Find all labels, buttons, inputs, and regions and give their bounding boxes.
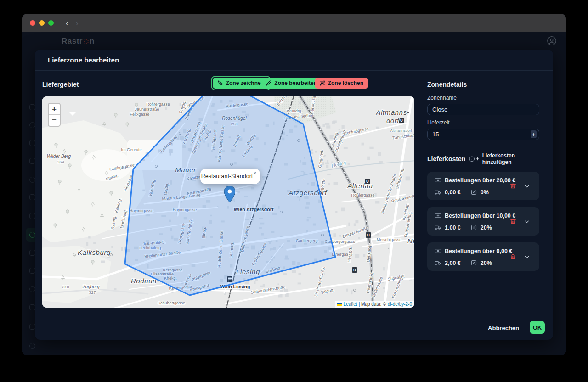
- svg-text:Felixgasse: Felixgasse: [130, 112, 149, 117]
- map-zoom-control: + −: [48, 103, 61, 127]
- restaurant-marker-icon[interactable]: [224, 186, 235, 202]
- pen-tool-icon: [218, 80, 223, 86]
- truck-icon: [435, 259, 441, 266]
- delivery-time-label: Lieferzeit: [427, 119, 539, 126]
- expand-cost-rule-icon[interactable]: [524, 219, 530, 225]
- zone-details-panel: Zonendetails Zonenname Lieferzeit ▲▼ Lie…: [427, 81, 539, 278]
- edit-zone-button[interactable]: Zone bearbeiten: [261, 78, 322, 89]
- svg-text:Meischlgasse: Meischlgasse: [377, 237, 402, 242]
- svg-text:327: 327: [89, 290, 96, 295]
- cost-rule-card: Bestellungen über 10,00 €1,00 €20%: [427, 207, 539, 236]
- svg-text:U: U: [367, 233, 370, 237]
- zone-toolbar: Zone zeichnen Zone bearbeiten Zone lösch…: [42, 78, 414, 92]
- truck-icon: [435, 189, 441, 196]
- percent-icon: [470, 189, 477, 196]
- cancel-button[interactable]: Abbrechen: [488, 325, 519, 331]
- svg-text:Ne: Ne: [407, 237, 414, 245]
- popup-close-icon[interactable]: ×: [253, 170, 257, 176]
- edit-delivery-zone-modal: Lieferzone bearbeiten Liefergebiet Zone …: [35, 50, 553, 340]
- marker-popup: Restaurant-Standort ×: [200, 169, 260, 184]
- svg-text:Kalksburg: Kalksburg: [78, 248, 111, 256]
- expand-cost-rule-icon[interactable]: [524, 254, 530, 260]
- cost-rule-fee: 1,00 €: [445, 225, 461, 231]
- cost-rule-title: Bestellungen über 10,00 €: [445, 213, 515, 219]
- percent-icon: [470, 259, 477, 266]
- ukraine-flag-icon: [337, 303, 342, 306]
- delete-zone-button[interactable]: Zone löschen: [315, 78, 368, 89]
- pen-off-icon: [320, 80, 325, 86]
- ok-button[interactable]: OK: [530, 321, 545, 334]
- nav-back-icon[interactable]: ‹: [66, 19, 68, 27]
- cost-rule-discount: 0%: [481, 189, 489, 196]
- macos-window: ‹ › Rastrn Lieferzone bearbeiten Lieferg…: [22, 14, 566, 355]
- delete-cost-rule-icon[interactable]: [510, 183, 516, 189]
- svg-text:Jaunerstraße: Jaunerstraße: [135, 107, 159, 112]
- cost-rule-title: Bestellungen über 20,00 €: [445, 177, 515, 184]
- truck-icon: [435, 224, 441, 231]
- banknote-icon: [435, 212, 441, 219]
- banknote-icon: [435, 247, 441, 254]
- delivery-cost-list: Bestellungen über 20,00 €0,00 €0%Bestell…: [427, 172, 539, 271]
- window-close-button[interactable]: [30, 20, 35, 26]
- popup-text: Restaurant-Standort: [200, 173, 254, 180]
- pencil-icon: [266, 80, 271, 86]
- modal-footer: Abbrechen OK: [35, 317, 553, 340]
- svg-text:Wilder Berg: Wilder Berg: [47, 154, 71, 159]
- zone-name-input[interactable]: [427, 104, 539, 115]
- svg-text:Schubertgasse: Schubertgasse: [158, 301, 185, 305]
- number-stepper[interactable]: ▲▼: [531, 130, 537, 138]
- cost-rule-fee: 0,00 €: [445, 189, 461, 196]
- svg-text:U: U: [353, 268, 356, 272]
- window-zoom-button[interactable]: [48, 20, 54, 26]
- zone-details-heading: Zonendetails: [427, 81, 539, 88]
- delivery-costs-heading: Lieferkosten: [427, 155, 465, 163]
- modal-title: Lieferzone bearbeiten: [48, 56, 119, 64]
- percent-icon: [470, 224, 477, 231]
- svg-text:Rößlergasse: Rößlergasse: [351, 193, 374, 197]
- svg-text:Wundtg.: Wundtg.: [287, 109, 302, 113]
- svg-text:dorf: dorf: [386, 117, 400, 124]
- delivery-costs-header: Lieferkosten Lieferkosten hinzufügen: [427, 152, 539, 165]
- plus-icon: [475, 156, 480, 162]
- license-link[interactable]: dl-de/by-2-0: [388, 302, 412, 307]
- svg-text:Altmanns-: Altmanns-: [376, 108, 410, 116]
- svg-text:318: 318: [62, 285, 69, 289]
- svg-text:Alterlaa: Alterlaa: [347, 182, 373, 190]
- nav-forward-icon[interactable]: ›: [76, 19, 79, 27]
- window-titlebar: ‹ ›: [22, 14, 566, 32]
- window-minimize-button[interactable]: [39, 20, 45, 26]
- cost-rule-card: Bestellungen über 20,00 €0,00 €0%: [427, 172, 539, 200]
- expand-cost-rule-icon[interactable]: [524, 183, 530, 190]
- cost-rule-discount: 20%: [481, 225, 492, 231]
- svg-text:Zugberg: Zugberg: [82, 284, 100, 289]
- delete-cost-rule-icon[interactable]: [510, 218, 516, 225]
- info-icon[interactable]: [469, 156, 475, 162]
- delete-cost-rule-icon[interactable]: [510, 253, 516, 260]
- popup-tip: [68, 112, 77, 116]
- banknote-icon: [435, 177, 441, 184]
- svg-text:Rohrergasse: Rohrergasse: [146, 102, 170, 107]
- delivery-zone-map[interactable]: U U U U RohrergasseJaunerstraßeFelixgass…: [42, 96, 414, 308]
- svg-text:369: 369: [57, 160, 64, 164]
- delivery-time-input[interactable]: [427, 129, 539, 140]
- leaflet-link[interactable]: Leaflet: [344, 302, 357, 307]
- cost-rule-discount: 20%: [481, 260, 492, 266]
- svg-text:Im Gereute: Im Gereute: [121, 147, 141, 152]
- zoom-out-button[interactable]: −: [49, 115, 60, 126]
- modal-header: Lieferzone bearbeiten: [35, 50, 553, 71]
- map-attribution: Leaflet | Map data: © dl-de/by-2-0: [335, 301, 414, 308]
- zoom-in-button[interactable]: +: [49, 104, 60, 115]
- cost-rule-card: Bestellungen über 0,00 €2,00 €20%: [427, 242, 539, 271]
- svg-text:Altmannsdorf: Altmannsdorf: [390, 129, 412, 133]
- zone-name-label: Zonenname: [427, 95, 539, 101]
- cost-rule-fee: 2,00 €: [445, 260, 461, 266]
- add-delivery-cost-button[interactable]: Lieferkosten hinzufügen: [475, 152, 539, 165]
- svg-text:U: U: [400, 118, 403, 123]
- cost-rule-title: Bestellungen über 0,00 €: [445, 248, 512, 254]
